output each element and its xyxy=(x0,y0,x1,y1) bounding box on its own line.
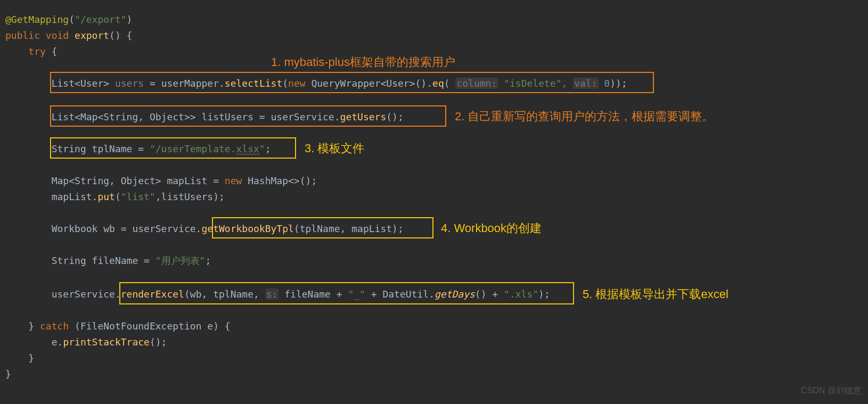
code-editor[interactable]: @GetMapping("/export") public void expor… xyxy=(0,0,868,404)
code-line: } catch (FileNotFoundException e) { xyxy=(5,318,231,334)
code-line: Map<String, Object> mapList = new HashMa… xyxy=(5,173,317,189)
watermark: CSDN @刘德意 xyxy=(801,383,862,399)
code-line: } xyxy=(5,366,11,382)
highlight-box-4 xyxy=(212,217,433,238)
code-line: public void export() { xyxy=(5,28,132,44)
code-line: mapList.put("list",listUsers); xyxy=(5,189,225,205)
annotation-1: 1. mybatis-plus框架自带的搜索用户 xyxy=(271,54,455,70)
code-line: @GetMapping("/export") xyxy=(5,12,132,28)
annotation-2: 2. 自己重新写的查询用户的方法，根据需要调整。 xyxy=(455,109,714,125)
annotation-5: 5. 根据模板导出并下载excel xyxy=(583,286,728,302)
annotation-3: 3. 模板文件 xyxy=(305,141,364,156)
highlight-box-1 xyxy=(50,72,654,93)
highlight-box-3 xyxy=(50,137,296,159)
code-line: String fileName = "用户列表"; xyxy=(5,253,211,269)
highlight-box-5 xyxy=(119,282,574,304)
code-line: try { xyxy=(5,44,58,60)
highlight-box-2 xyxy=(50,105,446,127)
annotation-4: 4. Workbook的创建 xyxy=(441,220,542,236)
code-line: e.printStackTrace(); xyxy=(5,334,167,350)
code-line: } xyxy=(5,350,34,366)
